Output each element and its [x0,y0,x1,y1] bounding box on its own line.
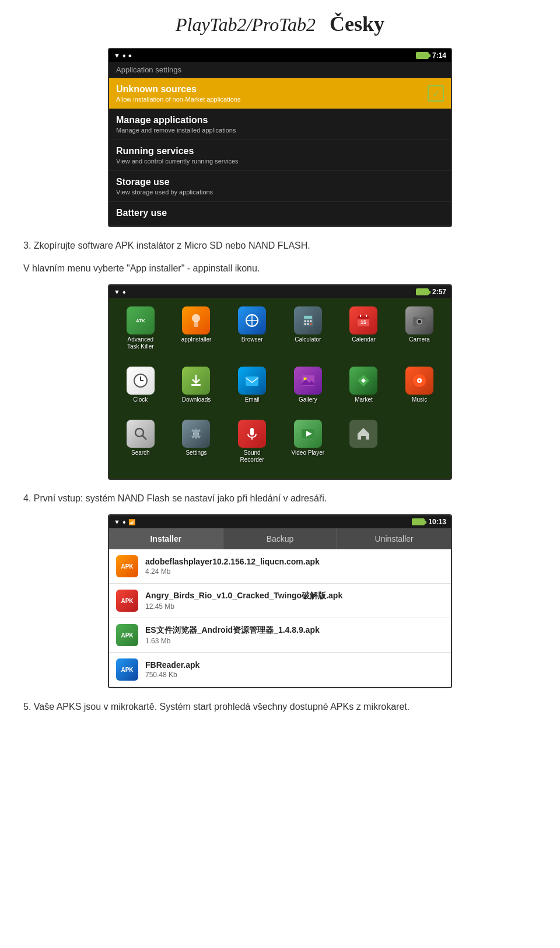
apk-item-3[interactable]: APK FBReader.apk 750.48 Kb [109,653,451,687]
atk-label: Advanced Task Killer [127,336,154,350]
app-settings[interactable]: Settings [170,416,223,467]
app-appinstaller[interactable]: appInstaller [170,303,223,354]
calendar-label: Calendar [352,336,376,343]
home-statusbar-time: 2:57 [432,288,446,296]
apk-name-3: FBReader.apk [145,660,444,670]
app-calculator[interactable]: Calculator [281,303,335,354]
calculator-icon [294,306,322,334]
app-home[interactable] [337,416,391,467]
wifi-icon: 📶 [128,519,135,525]
svg-point-9 [310,320,312,322]
apk-info-0: adobeflashplayer10.2.156.12_liqucn.com.a… [145,557,444,576]
svg-point-32 [135,428,144,437]
app-search[interactable]: Search [114,416,167,467]
home-usb-icon: ♦ [123,288,126,295]
app-grid-row2: Clock Downloads Email [109,358,451,412]
home-statusbar: ▼ ♦ 2:57 [109,285,451,298]
statusbar-1: ▼ ♦ ● 7:14 [109,49,451,62]
gallery-label: Gallery [299,396,317,403]
app-sound-recorder[interactable]: Sound Recorder [225,416,279,467]
app-gallery[interactable]: Gallery [281,363,335,407]
usb-icon: ♦ [123,52,126,59]
app-market[interactable]: Market [337,363,391,407]
svg-text:15: 15 [360,319,366,325]
apk-name-1: Angry_Birds_Rio_v1.0_Cracked_Twingo破解版.a… [145,591,444,601]
tab-uninstaller[interactable]: Uninstaller [337,528,451,549]
videoplayer-icon [294,420,322,448]
android-homescreen: ▼ ♦ 2:57 ATK Advanced Task Killer [108,284,452,480]
text3-content: 4. První vstup: systém NAND Flash se nas… [23,493,327,503]
appinstaller-icon [182,306,210,334]
music-icon [405,367,433,395]
app-video-player[interactable]: Video Player [281,416,335,467]
apk-item-1[interactable]: APK Angry_Birds_Rio_v1.0_Cracked_Twingo破… [109,584,451,618]
tab-installer[interactable]: Installer [109,528,223,549]
installer-signal-icon: ▼ [114,518,120,525]
storage-use-title: Storage use [116,177,444,187]
text4-content: 5. Vaše APKS jsou v mikrokartě. Systém s… [23,702,410,712]
apk-size-2: 1.63 Mb [145,637,444,645]
text2-content: V hlavním menu vyberte "App installer" -… [23,263,260,273]
settings-item-battery-use[interactable]: Battery use [109,202,451,226]
installer-statusbar-time: 10:13 [428,518,446,526]
text-section-2: V hlavním menu vyberte "App installer" -… [23,262,537,276]
page-container: PlayTab2/ProTab2 Česky ▼ ♦ ● 7:14 Applic… [0,0,560,734]
apk-info-3: FBReader.apk 750.48 Kb [145,660,444,679]
search-label: Search [131,449,150,456]
clock-icon [127,367,155,395]
app-email[interactable]: Email [225,363,279,407]
settings-item-manage-apps[interactable]: Manage applications Manage and remove in… [109,109,451,140]
app-calendar[interactable]: 15 Calendar [337,303,391,354]
app-grid-row3: Search Settings Sound Recorder [109,412,451,479]
downloads-icon [182,367,210,395]
soundrecorder-label: Sound Recorder [240,449,264,463]
email-icon [238,367,266,395]
app-music[interactable]: Music [393,363,446,407]
tab-installer-label: Installer [150,534,181,543]
apk-list: APK adobeflashplayer10.2.156.12_liqucn.c… [109,549,451,687]
svg-point-12 [310,323,312,325]
apk-icon-1: APK [116,590,138,612]
battery-use-title: Battery use [116,208,444,218]
unknown-sources-checkmark [428,85,444,102]
market-icon [349,367,377,395]
title-part2: Česky [330,12,384,36]
screenshot3-container: ▼ ♦ 📶 10:13 Installer Backup Uninst [23,514,537,688]
settings-item-unknown-sources[interactable]: Unknown sources Allow installation of no… [109,78,451,109]
apk-size-0: 4.24 Mb [145,567,444,576]
manage-apps-subtitle: Manage and remove installed applications [116,127,444,134]
appinstaller-label: appInstaller [181,336,212,343]
apk-size-1: 12.45 Mb [145,602,444,611]
atk-icon: ATK [127,306,155,334]
svg-point-0 [192,314,200,322]
installer-usb-icon: ♦ [123,518,126,525]
page-title: PlayTab2/ProTab2 Česky [23,12,537,36]
settings-item-running-services[interactable]: Running services View and control curren… [109,140,451,171]
svg-point-20 [418,320,421,323]
app-clock[interactable]: Clock [114,363,167,407]
apk-item-2[interactable]: APK ES文件浏览器_Android资源管理器_1.4.8.9.apk 1.6… [109,618,451,653]
apk-info-1: Angry_Birds_Rio_v1.0_Cracked_Twingo破解版.a… [145,591,444,611]
gallery-icon [294,367,322,395]
apk-item-0[interactable]: APK adobeflashplayer10.2.156.12_liqucn.c… [109,549,451,584]
app-browser[interactable]: Browser [225,303,279,354]
running-services-subtitle: View and control currently running servi… [116,158,444,165]
svg-rect-21 [416,315,422,318]
soundrecorder-icon [238,420,266,448]
home-signal-icon: ▼ [114,288,120,295]
apk-icon-0: APK [116,555,138,577]
apk-name-0: adobeflashplayer10.2.156.12_liqucn.com.a… [145,557,444,566]
market-label: Market [355,396,373,403]
tab-backup[interactable]: Backup [223,528,338,549]
installer-battery-icon [412,518,425,525]
app-downloads[interactable]: Downloads [170,363,223,407]
app-atk[interactable]: ATK Advanced Task Killer [114,303,167,354]
settings-item-storage-use[interactable]: Storage use View storage used by applica… [109,171,451,202]
app-camera[interactable]: Camera [393,303,446,354]
home-statusbar-left: ▼ ♦ [114,288,126,295]
settings-header: Application settings [109,62,451,78]
downloads-label: Downloads [182,396,211,403]
signal-icon: ▼ [114,52,120,59]
calculator-label: Calculator [295,336,321,343]
screenshot1-container: ▼ ♦ ● 7:14 Application settings Unknown … [23,48,537,227]
